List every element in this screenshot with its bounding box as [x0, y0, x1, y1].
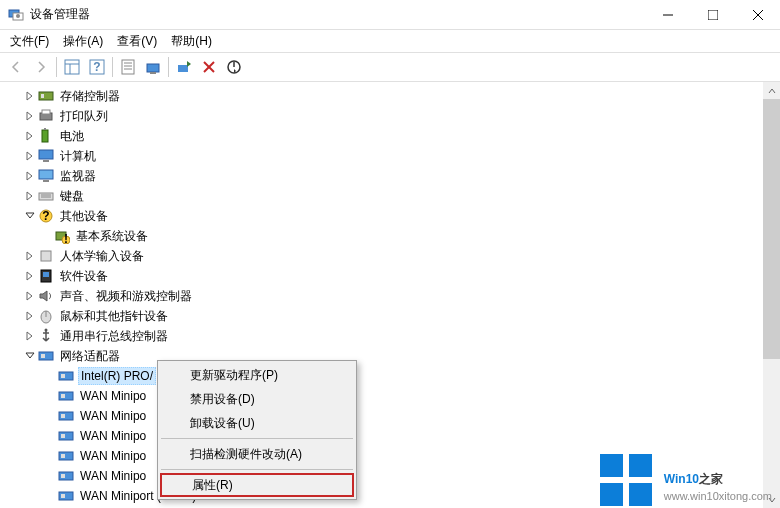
back-button[interactable]	[4, 55, 28, 79]
svg-text:?: ?	[93, 60, 100, 74]
svg-rect-17	[150, 72, 156, 74]
expand-icon[interactable]	[22, 88, 38, 104]
tree-node[interactable]: 通用串行总线控制器	[0, 326, 780, 346]
tree-node[interactable]: 人体学输入设备	[0, 246, 780, 266]
ctx-disable-device[interactable]: 禁用设备(D)	[160, 387, 354, 411]
disable-icon	[226, 59, 242, 75]
tree-node[interactable]: 计算机	[0, 146, 780, 166]
watermark-text: Win10之家 www.win10xitong.com	[664, 458, 772, 502]
tree-node[interactable]: ? 其他设备	[0, 206, 780, 226]
tree-node-label: 其他设备	[58, 207, 110, 226]
menu-file[interactable]: 文件(F)	[4, 31, 55, 52]
network-adapter-icon	[58, 408, 74, 424]
network-adapter-icon	[58, 488, 74, 504]
tree-node[interactable]: 网络适配器	[0, 346, 780, 366]
menu-view[interactable]: 查看(V)	[111, 31, 163, 52]
minimize-icon	[663, 10, 673, 20]
svg-rect-4	[708, 10, 718, 20]
expand-icon[interactable]	[22, 128, 38, 144]
help-button[interactable]: ?	[85, 55, 109, 79]
svg-rect-18	[178, 65, 188, 72]
expand-icon[interactable]	[22, 268, 38, 284]
svg-rect-61	[61, 494, 65, 498]
svg-rect-7	[65, 60, 79, 74]
tree-node[interactable]: 鼠标和其他指针设备	[0, 306, 780, 326]
tree-node[interactable]: Intel(R) PRO/	[0, 366, 780, 386]
svg-rect-51	[61, 394, 65, 398]
tree-node-label: 键盘	[58, 187, 86, 206]
svg-rect-59	[61, 474, 65, 478]
menu-action[interactable]: 操作(A)	[57, 31, 109, 52]
svg-rect-40	[41, 251, 51, 261]
chevron-up-icon	[768, 87, 776, 95]
tree-toggle-icon	[64, 59, 80, 75]
expand-icon[interactable]	[22, 108, 38, 124]
expand-icon[interactable]	[22, 248, 38, 264]
ctx-properties[interactable]: 属性(R)	[160, 473, 354, 497]
toolbar-separator	[112, 57, 113, 77]
uninstall-button[interactable]	[197, 55, 221, 79]
expand-icon[interactable]	[22, 308, 38, 324]
ctx-scan-hardware[interactable]: 扫描检测硬件改动(A)	[160, 442, 354, 466]
scrollbar-thumb[interactable]	[763, 99, 780, 359]
scroll-up-button[interactable]	[763, 82, 780, 99]
expand-icon[interactable]	[22, 328, 38, 344]
tree-node[interactable]: 打印队列	[0, 106, 780, 126]
tree-node-label: WAN Minipo	[78, 388, 148, 404]
forward-icon	[34, 60, 48, 74]
tree-node[interactable]: 声音、视频和游戏控制器	[0, 286, 780, 306]
show-hide-tree-button[interactable]	[60, 55, 84, 79]
storage-controllers-icon	[38, 88, 54, 104]
watermark-brand-b: 之家	[699, 472, 723, 486]
tree-node[interactable]: WAN Minipo	[0, 426, 780, 446]
properties-button[interactable]	[116, 55, 140, 79]
tree-node-label: 计算机	[58, 147, 98, 166]
device-tree[interactable]: 存储控制器 打印队列 电池 计算机 监视器 键盘 ? 其他设备 ! 基本系统设备	[0, 82, 780, 508]
tree-node[interactable]: 电池	[0, 126, 780, 146]
tree-node[interactable]: 软件设备	[0, 266, 780, 286]
tree-node[interactable]: 存储控制器	[0, 86, 780, 106]
context-menu: 更新驱动程序(P) 禁用设备(D) 卸载设备(U) 扫描检测硬件改动(A) 属性…	[157, 360, 357, 500]
network-adapter-icon	[58, 448, 74, 464]
unknown-device-icon: !	[54, 228, 70, 244]
maximize-button[interactable]	[690, 0, 735, 29]
collapse-icon[interactable]	[22, 348, 38, 364]
toolbar-separator	[56, 57, 57, 77]
tree-node[interactable]: 监视器	[0, 166, 780, 186]
vertical-scrollbar[interactable]	[763, 82, 780, 508]
svg-point-2	[16, 14, 20, 18]
close-icon	[753, 10, 763, 20]
disable-button[interactable]	[222, 55, 246, 79]
tree-node-label: 通用串行总线控制器	[58, 327, 170, 346]
window-controls	[645, 0, 780, 29]
tree-node-label: 声音、视频和游戏控制器	[58, 287, 194, 306]
close-button[interactable]	[735, 0, 780, 29]
svg-rect-31	[43, 180, 49, 182]
tree-node[interactable]: ! 基本系统设备	[0, 226, 780, 246]
expand-icon[interactable]	[22, 168, 38, 184]
forward-button[interactable]	[29, 55, 53, 79]
update-driver-button[interactable]	[172, 55, 196, 79]
tree-node-label-selected: Intel(R) PRO/	[78, 367, 156, 385]
uninstall-icon	[201, 59, 217, 75]
titlebar: 设备管理器	[0, 0, 780, 30]
expand-icon[interactable]	[22, 288, 38, 304]
toolbar-separator	[168, 57, 169, 77]
ctx-uninstall-device[interactable]: 卸载设备(U)	[160, 411, 354, 435]
window-title: 设备管理器	[30, 6, 645, 23]
scan-hardware-button[interactable]	[141, 55, 165, 79]
tree-node[interactable]: 键盘	[0, 186, 780, 206]
expand-icon[interactable]	[22, 188, 38, 204]
ctx-update-driver[interactable]: 更新驱动程序(P)	[160, 363, 354, 387]
maximize-icon	[708, 10, 718, 20]
minimize-button[interactable]	[645, 0, 690, 29]
network-adapter-icon	[58, 388, 74, 404]
tree-node[interactable]: WAN Minipo	[0, 386, 780, 406]
tree-node[interactable]: WAN Minipo	[0, 406, 780, 426]
help-icon: ?	[89, 59, 105, 75]
collapse-icon[interactable]	[22, 208, 38, 224]
print-queues-icon	[38, 108, 54, 124]
svg-rect-47	[41, 354, 45, 358]
expand-icon[interactable]	[22, 148, 38, 164]
menu-help[interactable]: 帮助(H)	[165, 31, 218, 52]
